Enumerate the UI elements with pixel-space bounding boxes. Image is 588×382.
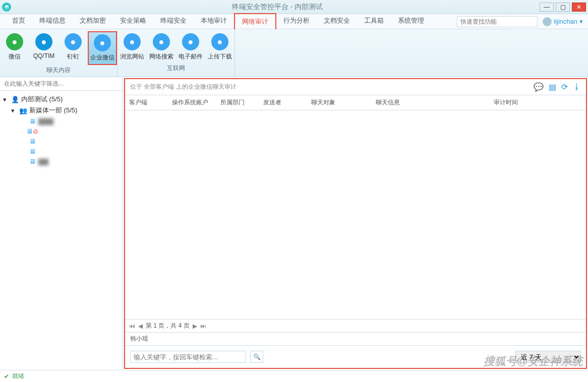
col-3[interactable]: 发送者 [259, 95, 308, 110]
prev-page-button[interactable]: ◀ [138, 323, 143, 330]
refresh-icon[interactable]: ⟳ [561, 82, 568, 92]
browse-button[interactable]: ●浏览网站 [117, 31, 147, 63]
monitor-icon: 🖥 [28, 147, 36, 155]
audit-table: 客户端操作系统账户所属部门发送者聊天对象聊天信息审计时间 [125, 95, 586, 110]
chat-icon[interactable]: 💬 [534, 82, 544, 92]
menu-item-8[interactable]: 文档安全 [317, 13, 357, 30]
upload-download-button[interactable]: ●上传下载 [205, 31, 234, 63]
sidebar: ▾ 👤 内部测试 (5/5) ▾ 👥 新媒体一部 (5/5) 🖥▇▇▇🖥⊘🖥🖥🖥… [0, 77, 123, 370]
export-icon[interactable]: ⭳ [573, 82, 581, 92]
menu-item-5[interactable]: 本地审计 [194, 13, 234, 30]
tree-client-3[interactable]: 🖥 [2, 146, 121, 156]
tree-root[interactable]: ▾ 👤 内部测试 (5/5) [2, 94, 121, 105]
col-1[interactable]: 操作系统账户 [168, 95, 216, 110]
maximize-button[interactable]: ▢ [556, 3, 570, 12]
next-page-button[interactable]: ▶ [193, 323, 197, 330]
ribbon-group-chat-label: 聊天内容 [0, 65, 117, 76]
detail-row: 韩小瑶 [125, 332, 586, 345]
menu-item-9[interactable]: 工具箱 [357, 13, 391, 30]
columns-icon[interactable]: ▤ [549, 82, 556, 92]
col-7[interactable] [570, 95, 586, 110]
tree-client-2[interactable]: 🖥 [2, 136, 121, 146]
status-text: 就绪 [12, 372, 24, 380]
tree-filter-input[interactable] [0, 77, 123, 91]
search-button[interactable]: 🔍 [250, 351, 263, 363]
menu-item-4[interactable]: 终端安全 [153, 13, 194, 30]
org-icon: 👤 [11, 95, 19, 103]
wechat-button[interactable]: ●微信 [0, 31, 29, 65]
menu-item-3[interactable]: 安全策略 [113, 13, 153, 30]
browse-button-icon: ● [124, 33, 141, 50]
user-name: lijinchan [554, 18, 577, 25]
menu-item-1[interactable]: 终端信息 [32, 13, 73, 30]
monitor-icon: 🖥 [28, 157, 36, 165]
pager-text: 第 1 页，共 4 页 [146, 322, 190, 330]
title-bar: ◓ 终端安全管控平台 - 内部测试 — ▢ ✕ [0, 0, 588, 14]
qq-button-icon: ● [35, 33, 52, 50]
pager: ⏮ ◀ 第 1 页，共 4 页 ▶ ⏭ [125, 319, 586, 332]
col-4[interactable]: 聊天对象 [307, 95, 372, 110]
menu-item-7[interactable]: 行为分析 [276, 13, 317, 30]
wechat-button-icon: ● [6, 33, 23, 50]
watermark: 搜狐号@安企神系统 [484, 354, 583, 369]
audit-content: 位于 全部客户端 上的企业微信聊天审计 💬 ▤ ⟳ ⭳ 客户端操作系统账户所属部… [124, 78, 587, 369]
content-caption: 位于 全部客户端 上的企业微信聊天审计 [130, 83, 237, 91]
collapse-icon[interactable]: ▾ [3, 96, 9, 103]
monitor-icon: 🖥 [28, 117, 36, 125]
monitor-icon: 🖥 [28, 137, 36, 145]
monitor-icon: 🖥⊘ [28, 127, 36, 135]
collapse-icon[interactable]: ▾ [11, 107, 17, 114]
col-6[interactable]: 审计时间 [490, 95, 570, 110]
avatar-icon [543, 17, 552, 26]
menu-item-0[interactable]: 首页 [5, 13, 32, 30]
menu-item-2[interactable]: 文档加密 [73, 13, 113, 30]
menu-item-6[interactable]: 网络审计 [234, 13, 276, 30]
col-2[interactable]: 所属部门 [216, 95, 259, 110]
web-search-button-icon: ● [153, 33, 170, 50]
ribbon: ●微信●QQ/TIM●钉钉●企业微信 聊天内容 ●浏览网站●网络搜索●电子邮件●… [0, 29, 588, 77]
client-tree: ▾ 👤 内部测试 (5/5) ▾ 👥 新媒体一部 (5/5) 🖥▇▇▇🖥⊘🖥🖥🖥… [0, 91, 123, 169]
dingtalk-button[interactable]: ●钉钉 [58, 31, 88, 65]
minimize-button[interactable]: — [540, 3, 554, 12]
first-page-button[interactable]: ⏮ [129, 323, 135, 330]
last-page-button[interactable]: ⏭ [200, 323, 206, 330]
quick-search-input[interactable] [457, 16, 538, 27]
email-button-icon: ● [182, 33, 199, 50]
tree-client-1[interactable]: 🖥⊘ [2, 126, 121, 136]
web-search-button[interactable]: ●网络搜索 [147, 31, 176, 63]
enterprise-wechat-button-icon: ● [94, 34, 111, 51]
status-bar: ✔ 就绪 [0, 370, 588, 382]
app-logo-icon: ◓ [2, 3, 11, 12]
chevron-down-icon: ▾ [579, 18, 583, 25]
window-title: 终端安全管控平台 - 内部测试 [15, 3, 540, 12]
menu-item-10[interactable]: 系统管理 [391, 13, 431, 30]
upload-download-button-icon: ● [211, 33, 228, 50]
dingtalk-button-icon: ● [65, 33, 82, 50]
keyword-search-input[interactable] [130, 351, 246, 363]
user-dropdown[interactable]: lijinchan ▾ [543, 17, 583, 26]
ribbon-group-internet-label: 互联网 [117, 63, 234, 74]
menu-bar: 首页终端信息文档加密安全策略终端安全本地审计网络审计行为分析文档安全工具箱系统管… [0, 14, 588, 29]
col-5[interactable]: 聊天信息 [372, 95, 490, 110]
tree-client-4[interactable]: 🖥▇▇ [2, 156, 121, 166]
tree-group[interactable]: ▾ 👥 新媒体一部 (5/5) [2, 105, 121, 116]
close-button[interactable]: ✕ [572, 3, 586, 12]
group-icon: 👥 [19, 106, 27, 114]
enterprise-wechat-button[interactable]: ●企业微信 [88, 31, 117, 65]
email-button[interactable]: ●电子邮件 [176, 31, 205, 63]
qq-button[interactable]: ●QQ/TIM [29, 31, 58, 65]
check-icon: ✔ [4, 373, 9, 380]
col-0[interactable]: 客户端 [125, 95, 168, 110]
tree-client-0[interactable]: 🖥▇▇▇ [2, 116, 121, 126]
